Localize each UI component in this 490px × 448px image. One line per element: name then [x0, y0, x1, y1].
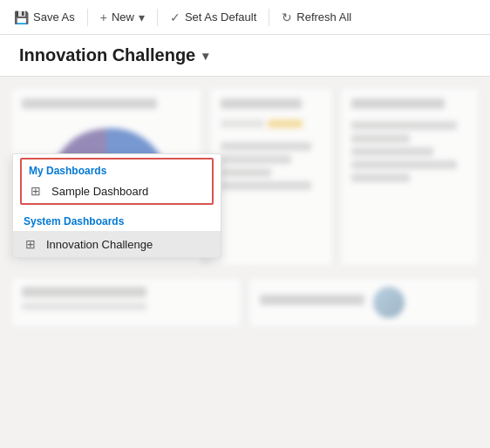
right-stat-5	[351, 173, 410, 182]
toolbar: 💾 Save As + New ▾ ✓ Set As Default ↻ Ref…	[0, 0, 490, 35]
refresh-all-button[interactable]: ↻ Refresh All	[275, 7, 358, 28]
blurred-background	[0, 77, 490, 448]
avatar-bg	[373, 287, 405, 318]
tile-title-bg	[22, 98, 157, 109]
checkmark-icon: ✓	[170, 10, 180, 24]
new-label: New	[112, 10, 134, 24]
title-chevron-icon: ▾	[202, 49, 208, 63]
innovation-challenge-icon: ⊞	[24, 237, 37, 251]
bot-right-title	[260, 295, 364, 305]
new-chevron-icon: ▾	[139, 10, 145, 24]
sample-dashboard-label: Sample Dashboard	[51, 185, 148, 198]
dashboard-title: Innovation Challenge	[19, 45, 195, 65]
bottom-right-tile-bg	[248, 277, 480, 328]
save-icon: 💾	[14, 10, 29, 24]
sample-dashboard-item[interactable]: ⊞ Sample Dashboard	[22, 179, 212, 203]
bot-left-title	[22, 287, 146, 297]
header-bar: Innovation Challenge ▾	[0, 35, 490, 77]
bot-left-sub	[22, 302, 146, 310]
set-default-button[interactable]: ✓ Set As Default	[163, 7, 263, 28]
save-as-label: Save As	[33, 10, 75, 24]
dropdown-menu: My Dashboards ⊞ Sample Dashboard System …	[12, 153, 221, 258]
right-stat-tile-bg	[340, 87, 480, 267]
stat-line-bg-3	[221, 168, 271, 177]
system-dashboards-label: System Dashboards	[24, 215, 124, 227]
my-dashboards-label: My Dashboards	[29, 165, 106, 177]
refresh-all-label: Refresh All	[296, 10, 351, 24]
right-stat-4	[351, 160, 457, 169]
plus-icon: +	[100, 10, 107, 24]
right-stat-2	[351, 134, 410, 143]
right-stat-1	[351, 121, 457, 130]
new-button[interactable]: + New ▾	[93, 7, 152, 28]
right-stat-lines-bg	[351, 121, 468, 182]
stat-line-bg-2	[221, 155, 291, 164]
stat-line-bg-1	[221, 142, 311, 151]
mid-title-bg	[221, 98, 302, 109]
divider-1	[87, 9, 88, 26]
my-dashboards-header[interactable]: My Dashboards	[22, 160, 212, 179]
innovation-challenge-label: Innovation Challenge	[46, 238, 153, 251]
divider-2	[157, 9, 158, 26]
middle-tile-bg	[209, 87, 333, 267]
set-default-label: Set As Default	[185, 10, 256, 24]
divider-3	[269, 9, 269, 26]
main-content: My Dashboards ⊞ Sample Dashboard System …	[0, 77, 490, 448]
innovation-challenge-item[interactable]: ⊞ Innovation Challenge	[13, 231, 221, 257]
save-as-button[interactable]: 💾 Save As	[7, 7, 82, 28]
refresh-icon: ↻	[282, 10, 292, 24]
bottom-tiles-bg	[0, 277, 490, 338]
sample-dashboard-icon: ⊞	[29, 184, 43, 198]
stat-lines-bg	[221, 142, 322, 190]
right-stat-3	[351, 147, 433, 156]
bottom-left-tile-bg	[10, 277, 242, 328]
dashboard-title-button[interactable]: Innovation Challenge ▾	[14, 42, 214, 69]
right-title-bg	[351, 98, 445, 109]
my-dashboards-section: My Dashboards ⊞ Sample Dashboard	[20, 158, 214, 205]
system-dashboards-header[interactable]: System Dashboards	[13, 208, 221, 231]
stat-line-bg-4	[221, 181, 311, 190]
